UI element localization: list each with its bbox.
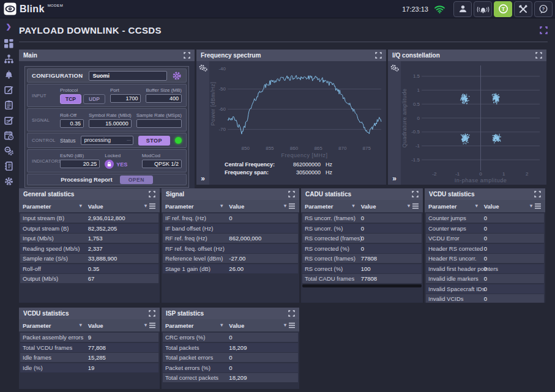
expand-icon[interactable] (412, 191, 419, 198)
journal-icon[interactable] (4, 161, 13, 171)
sort-value-column[interactable]: Value▾ (484, 203, 532, 210)
table-row[interactable]: RF ref. freq. offset (Hz) (163, 244, 298, 253)
tools-button[interactable] (514, 1, 532, 17)
table-row[interactable]: Stage 1 gain (dB) 26.00 (163, 264, 298, 273)
horizontal-scrollbar[interactable] (302, 284, 422, 287)
sort-value-column[interactable]: Value▾ (88, 322, 147, 329)
table-row[interactable]: Sample rate (S/s) 33,888,900 (20, 254, 158, 263)
table-row[interactable]: Total correct packets 18,209 (163, 373, 298, 382)
expand-icon[interactable] (375, 52, 382, 59)
edit-note-icon[interactable] (4, 85, 13, 94)
notifications-icon[interactable] (4, 70, 13, 79)
expand-icon[interactable] (288, 310, 295, 317)
table-row[interactable]: Invalid idle markers 0 (426, 274, 544, 283)
port-input[interactable]: 1700 (110, 94, 141, 103)
table-row[interactable]: Total packets 18,209 (163, 343, 298, 352)
table-row[interactable]: Packet assembly errors 9 (20, 333, 158, 342)
table-row[interactable]: Total packet errors 0 (163, 353, 298, 362)
sort-parameter-column[interactable]: Parameter▾ (305, 203, 361, 210)
schedule-icon[interactable] (4, 131, 13, 140)
expand-icon[interactable] (288, 191, 295, 198)
status-field[interactable]: processing... (81, 136, 133, 145)
table-menu-icon[interactable] (286, 203, 296, 209)
table-menu-icon[interactable] (147, 203, 156, 209)
telemetry-button[interactable]: T (494, 1, 512, 17)
table-row[interactable]: Packet errors (%) 0 (163, 363, 298, 372)
sample-rate-input[interactable] (136, 119, 182, 128)
table-row[interactable]: Header RS uncorr. 0 (426, 254, 544, 263)
table-row[interactable]: Counter jumps 0 (426, 213, 544, 223)
sort-value-column[interactable]: Value▾ (229, 203, 286, 210)
sort-value-column[interactable]: Value▾ (229, 322, 286, 329)
settings-icon[interactable] (4, 177, 13, 186)
help-button[interactable]: ? (534, 1, 553, 17)
table-row[interactable]: Invalid first header pointers 0 (426, 264, 544, 273)
table-row[interactable]: RS corrected (frames) 0 (302, 234, 422, 243)
expand-icon[interactable] (534, 191, 541, 198)
table-row[interactable]: RS uncorr. (%) 0 (302, 224, 422, 233)
user-button[interactable] (453, 1, 472, 17)
sort-parameter-column[interactable]: Parameter▾ (165, 203, 229, 210)
sort-parameter-column[interactable]: Parameter▾ (23, 203, 88, 210)
table-row[interactable]: Input (Mb/s) 1,753 (20, 234, 158, 243)
rolloff-input[interactable]: 0.35 (60, 119, 84, 128)
table-row[interactable]: Idle (%) 19 (20, 363, 158, 372)
table-row[interactable]: Invalid Spacecraft IDs 0 (426, 284, 544, 294)
sort-value-column[interactable]: Value▾ (361, 203, 410, 210)
status-menu-dots[interactable]: ... (127, 135, 131, 143)
table-row[interactable]: IF band offset (Hz) (163, 224, 298, 233)
table-row[interactable]: Counter wraps 0 (426, 224, 544, 233)
table-menu-icon[interactable] (410, 203, 419, 209)
chart-settings-icon[interactable] (390, 64, 399, 72)
configuration-gear-icon[interactable] (172, 71, 182, 81)
protocol-udp-button[interactable]: UDP (83, 94, 105, 104)
table-row[interactable]: Reference level (dBm) -27.00 (163, 254, 298, 263)
collapse-right-icon[interactable]: » (201, 174, 205, 183)
table-row[interactable]: Total VCDU frames 77,808 (20, 343, 158, 352)
sort-parameter-column[interactable]: Parameter▾ (428, 203, 484, 210)
table-row[interactable]: RS correct (frames) 77808 (302, 254, 422, 263)
table-row[interactable]: IF ref. freq. (Hz) 0 (163, 213, 298, 223)
table-row[interactable]: Input stream (B) 2,936,012,800 (20, 213, 158, 223)
sort-parameter-column[interactable]: Parameter▾ (165, 322, 229, 329)
expand-icon[interactable] (149, 310, 155, 317)
table-row[interactable]: VCDU Error 0 (426, 234, 544, 243)
table-row[interactable]: Roll-off 0.35 (20, 264, 158, 273)
table-row[interactable]: Invalid VCIDs 0 (426, 294, 544, 303)
table-row[interactable]: Reading speed (Mb/s) 2,337 (20, 244, 158, 253)
dashboard-icon[interactable] (4, 39, 13, 48)
configuration-input[interactable]: Suomi (89, 71, 167, 81)
alarm-button[interactable] (474, 1, 492, 17)
table-row[interactable]: RF ref. freq (Hz) 862,000,000 (163, 234, 298, 243)
protocol-tcp-button[interactable]: TCP (60, 94, 81, 104)
table-menu-icon[interactable] (286, 322, 296, 328)
expand-icon[interactable] (535, 52, 542, 59)
open-report-button[interactable]: OPEN (120, 176, 153, 184)
table-row[interactable]: Idle frames 15,285 (20, 353, 158, 362)
sidebar-expand-chevron-icon[interactable]: ❯ (6, 23, 11, 31)
edit-report-icon[interactable] (4, 116, 13, 125)
table-row[interactable]: RS uncorr. (frames) 0 (302, 213, 422, 223)
table-row[interactable]: Total CADU frames 77808 (302, 274, 422, 283)
clipboard-icon[interactable] (4, 100, 13, 109)
collapse-right-icon[interactable]: » (392, 174, 397, 183)
services-icon[interactable] (4, 146, 13, 155)
stop-button[interactable]: STOP (138, 136, 170, 146)
network-icon[interactable] (4, 54, 13, 64)
chart-settings-icon[interactable] (199, 64, 207, 72)
symbol-rate-input[interactable]: 15.00000 (89, 119, 132, 128)
table-row[interactable]: Output stream (B) 82,352,205 (20, 224, 158, 233)
table-menu-icon[interactable] (532, 203, 542, 209)
table-row[interactable]: RS corrected (%) 0 (302, 244, 422, 253)
table-row[interactable]: Output (Mb/s) 67 (20, 274, 158, 283)
table-row[interactable]: CRC errors (%) 0 (163, 333, 298, 342)
table-row[interactable]: RS correct (%) 100 (302, 264, 422, 273)
sort-value-column[interactable]: Value▾ (88, 203, 147, 210)
table-menu-icon[interactable] (147, 322, 156, 328)
sort-parameter-column[interactable]: Parameter▾ (23, 322, 88, 329)
table-row[interactable]: Header RS corrected 0 (426, 244, 544, 253)
fullscreen-icon[interactable] (540, 26, 548, 34)
expand-icon[interactable] (184, 52, 190, 59)
buffer-size-input[interactable]: 400 (146, 94, 182, 103)
expand-icon[interactable] (149, 191, 155, 198)
